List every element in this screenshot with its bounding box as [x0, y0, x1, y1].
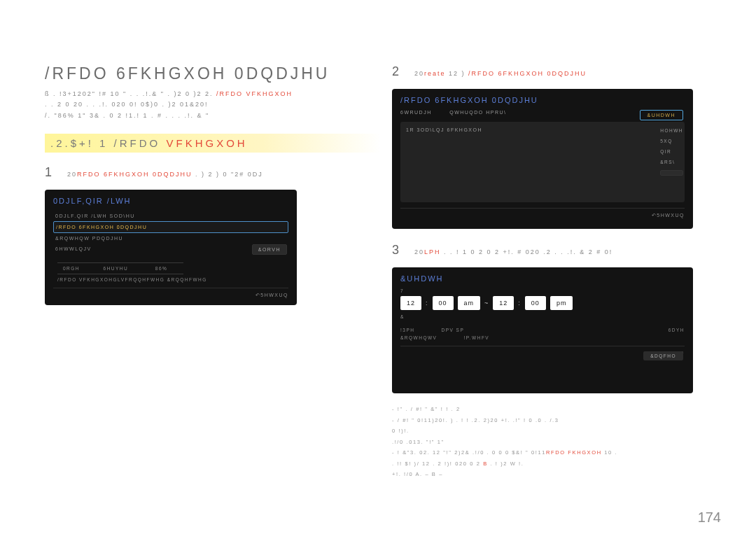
step-2-num: 2	[392, 64, 406, 79]
step-2-red2: /RFDO 6FKHGXOH 0DQDJHU	[468, 70, 587, 77]
status-table: 0RGH 6HUYHU 86%	[57, 262, 183, 274]
label-timeval: DPV SP	[441, 328, 464, 332]
step-3: 3 20LPH . . ! 1 0 2 0 2 +!. # 020 .2 . .…	[392, 243, 721, 258]
table-cell: 0RGH	[57, 262, 98, 274]
step-1: 1 20RFDO 6FKHGXOH 0DQDJHU . ) 2 ) 0 "2# …	[45, 165, 381, 180]
side-action-copy[interactable]: &RS\	[660, 160, 683, 164]
section-label-red: VFKHGXOH	[166, 137, 247, 149]
step-2: 2 20reate 12 ) /RFDO 6FKHGXOH 0DQDJHU	[392, 64, 721, 79]
intro-line2: . . 2 0 20 . . .!. 020 0! 0$)0 . )2 01&2…	[45, 99, 381, 110]
step-1-pre: 20	[67, 171, 77, 178]
ui-card-2: /RFDO 6FKHGXOH 0DQDJHU 6WRUDJH QWHUQDO H…	[392, 89, 693, 229]
step-3-red: LPH	[424, 248, 441, 255]
return-button[interactable]: 5HWXUQ	[400, 346, 685, 356]
step-3-suf: . . ! 1 0 2 0 2 +!. # 020 .2 . . .!. & 2…	[441, 248, 613, 255]
time-p1[interactable]: am	[458, 296, 481, 310]
section-heading: .2.$+! 1 /RFDO VFKHGXOH	[45, 134, 381, 153]
note-line: +!. !/0 A. – B –	[392, 470, 721, 479]
create-button[interactable]: &UHDWH	[640, 110, 684, 120]
note-line: . !! $! )/ 12 . 2 !)! 020 0 2 B . ! )2 W…	[392, 459, 721, 469]
step-3-pre: 20	[414, 248, 424, 255]
section-label: .2.$+! 1 /RFDO	[50, 137, 166, 149]
status-caption: /RFDO VFKHGXOHGLVFRQQHFWHG &RQQHFWHG	[53, 274, 288, 282]
table-cell: 86%	[150, 262, 183, 274]
step-1-red: RFDO 6FKHGXOH 0DQDJHU	[77, 171, 192, 178]
note-line: - !" . / #! " &" ! ! . 2	[392, 405, 721, 414]
step-2-mid: 12 )	[446, 70, 469, 77]
close-button[interactable]: &ORVH	[252, 244, 287, 255]
ui-card-3: &UHDWH 7 12 : 00 am ~ 12 : 00 pm & !3PH …	[392, 267, 693, 393]
ui-card-1: 0DJLF,QIR /LWH 0DJLF.QIR /LWH SOD\HU /RF…	[45, 190, 297, 305]
note-line: 0 !)!.	[392, 426, 721, 436]
step-1-suf: . ) 2 ) 0 "2# 0DJ	[192, 171, 263, 178]
list-item[interactable]: 0DJLF.QIR /LWH SOD\HU	[53, 211, 288, 221]
label-contents: &RQWHQWV	[400, 335, 437, 340]
time-p2[interactable]: pm	[550, 296, 573, 310]
card1-title: 0DJLF,QIR /LWH	[53, 197, 288, 205]
time-h2[interactable]: 12	[493, 296, 514, 310]
list-item-active[interactable]: /RFDO 6FKHGXOH 0DQDJHU	[53, 221, 288, 233]
intro-line1: ß . !3+1202" !# 10 " . . .!.& " . )2 0 )…	[45, 90, 213, 97]
time-m2[interactable]: 00	[525, 296, 546, 310]
side-action-primary[interactable]	[660, 170, 683, 176]
card2-title: /RFDO 6FKHGXOH 0DQDJHU	[400, 96, 685, 104]
intro-line1-red: /RFDO VFKHGXOH	[216, 90, 293, 97]
subtab[interactable]: 6WRUDJH	[400, 110, 432, 115]
footnotes: - !" . / #! " &" ! ! . 2 - / #! " 0!11)2…	[392, 405, 721, 479]
side-action-run[interactable]: 5XQ	[660, 139, 683, 143]
step-2-pre: 20	[414, 70, 424, 77]
time-h1[interactable]: 12	[400, 296, 421, 310]
page-title: /RFDO 6FKHGXOH 0DQDJHU	[45, 64, 381, 83]
note-line: .!/0 .013. "!" 1"	[392, 437, 721, 447]
inner-panel: 1R 3OD\LQJ 6FKHGXOH	[400, 122, 685, 202]
subtab[interactable]: QWHUQDO HPRU\	[449, 110, 506, 115]
side-action-delete[interactable]: HOHWH	[660, 128, 683, 133]
table-cell: 6HUYHU	[98, 262, 150, 274]
step-1-num: 1	[45, 165, 59, 180]
time-m1[interactable]: 00	[433, 296, 454, 310]
intro-line3: /. "86% 1" 3& . 0 2 !1.! 1 . # . . . .!.…	[45, 111, 381, 121]
return-button[interactable]: 5HWXUQ	[400, 208, 685, 218]
step-2-red: reate	[424, 70, 446, 77]
intro-block: ß . !3+1202" !# 10 " . . .!.& " . )2 0 )…	[45, 89, 381, 121]
label-time: !3PH	[400, 328, 414, 332]
note-line: - / #! " 0!11)20!. ) . ! ! .2. 2)20 +!. …	[392, 416, 721, 426]
label-contentsval: !P.WHFV	[463, 335, 489, 340]
time-picker[interactable]: 12 : 00 am ~ 12 : 00 pm	[400, 296, 685, 310]
save-button[interactable]: 6DYH	[668, 328, 685, 332]
page-number: 174	[698, 510, 721, 526]
cancel-button[interactable]: &DQFHO	[643, 351, 683, 360]
card3-title: &UHDWH	[400, 274, 685, 283]
side-action-info[interactable]: QIR	[660, 149, 683, 154]
list-item[interactable]: &RQWHQW PDQDJHU	[53, 233, 288, 244]
time-tilde: ~	[484, 300, 489, 307]
note-line: - ! &"3. 02. 12 "!" 2)2& .!/0 . 0 0 0 $&…	[392, 448, 721, 458]
return-button[interactable]: 5HWXUQ	[53, 288, 288, 298]
step-3-num: 3	[392, 243, 406, 258]
